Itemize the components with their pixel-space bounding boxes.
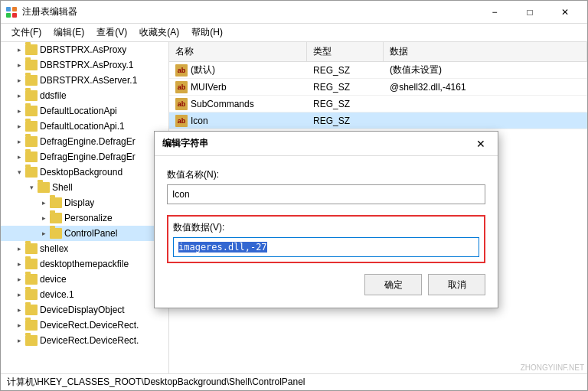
dialog-title: 编辑字符串 [162,137,208,150]
table-row[interactable]: ab Icon REG_SZ [169,112,587,129]
reg-icon: ab [175,81,188,93]
tree-item[interactable]: ▸DefragEngine.DefragEr [1,149,168,165]
minimize-button[interactable]: − [477,2,512,23]
folder-icon [25,320,38,331]
expand-icon[interactable]: ▸ [38,197,50,209]
expand-icon[interactable]: ▾ [25,181,38,194]
expand-icon[interactable]: ▸ [13,288,25,301]
folder-icon [50,213,62,223]
tree-item[interactable]: ▸DBRSTPRX.AsProxy.1 [1,57,168,73]
tree-label: DeviceRect.DeviceRect. [40,335,139,346]
close-button[interactable]: ✕ [547,2,583,23]
menu-file[interactable]: 文件(F) [5,24,47,41]
expand-icon[interactable]: ▸ [13,74,25,86]
name-label: 数值名称(N): [167,168,485,181]
expand-icon[interactable]: ▸ [38,212,50,224]
menu-view[interactable]: 查看(V) [90,24,133,41]
table-row[interactable]: ab SubCommands REG_SZ [169,96,587,112]
tree-panel[interactable]: ▸DBRSTPRX.AsProxy▸DBRSTPRX.AsProxy.1▸DBR… [1,42,169,373]
data-input[interactable] [173,237,479,257]
tree-item[interactable]: ▸DefragEngine.DefragEr [1,134,168,149]
expand-icon[interactable]: ▸ [13,273,25,285]
dialog-titlebar: 编辑字符串 ✕ [155,132,498,156]
menu-edit[interactable]: 编辑(E) [47,24,90,41]
tree-item[interactable]: ▸Personalize [1,210,168,226]
folder-icon [25,90,38,101]
expand-icon[interactable]: ▸ [13,135,25,148]
expand-icon[interactable]: ▸ [38,227,50,239]
tree-item[interactable]: ▸desktopthemepackfile [1,256,168,272]
cancel-button[interactable]: 取消 [428,274,485,295]
expand-icon[interactable]: ▸ [13,304,25,316]
folder-icon [25,60,38,70]
tree-label: DefaultLocationApi [40,106,117,116]
folder-icon [25,305,38,315]
cell-name: ab SubCommands [169,96,307,112]
expand-icon[interactable]: ▸ [13,44,25,56]
data-field-group-highlighted: 数值数据(V): [167,215,485,263]
folder-icon [25,121,38,132]
tree-label: ddsfile [40,90,67,101]
tree-item[interactable]: ▾DesktopBackground [1,165,168,180]
dialog-close-button[interactable]: ✕ [472,135,490,153]
name-text: SubCommands [191,99,254,109]
tree-label: DBRSTPRX.AsProxy [40,44,126,55]
table-row[interactable]: ab MUIVerb REG_SZ @shell32.dll,-4161 [169,79,587,96]
expand-icon[interactable]: ▸ [13,90,25,102]
tree-item[interactable]: ▸DefaultLocationApi [1,103,168,119]
menu-help[interactable]: 帮助(H) [185,24,229,41]
folder-icon [25,259,38,269]
tree-item[interactable]: ▸device.1 [1,287,168,302]
tree-item[interactable]: ▸device [1,272,168,287]
tree-item[interactable]: ▸Display [1,195,168,210]
folder-icon [25,44,38,55]
window-controls: − □ ✕ [477,2,583,23]
tree-item[interactable]: ▸shellex [1,241,168,256]
dialog-body: 数值名称(N): 数值数据(V): 确定 取消 [155,156,498,308]
expand-icon[interactable]: ▸ [13,120,25,132]
expand-icon[interactable]: ▸ [13,151,25,163]
expand-icon[interactable]: ▸ [13,258,25,270]
expand-icon[interactable]: ▸ [13,243,25,255]
name-field-group: 数值名称(N): [167,168,485,204]
name-input[interactable] [167,184,485,204]
statusbar: 计算机\HKEY_CLASSES_ROOT\DesktopBackground\… [1,373,587,390]
folder-icon [50,228,62,239]
cell-data [384,119,587,122]
tree-item[interactable]: ▸DeviceRect.DeviceRect. [1,318,168,333]
folder-icon [25,274,38,285]
tree-label: Shell [52,182,73,193]
tree-item[interactable]: ▸DBRSTPRX.AsProxy [1,42,168,57]
tree-label: Personalize [64,213,113,223]
tree-label: DesktopBackground [40,167,122,178]
tree-item[interactable]: ▸ControlPanel [1,226,168,241]
expand-icon[interactable]: ▾ [13,166,25,178]
cell-type: REG_SZ [307,64,384,77]
expand-icon[interactable]: ▸ [13,334,25,347]
maximize-button[interactable]: □ [512,2,547,23]
folder-icon [25,136,38,147]
expand-icon[interactable]: ▸ [13,59,25,71]
cell-type: REG_SZ [307,97,384,111]
tree-item[interactable]: ▸DBRSTPRX.AsServer.1 [1,73,168,88]
tree-label: ControlPanel [64,228,117,239]
tree-item[interactable]: ▸DeviceDisplayObject [1,302,168,318]
cell-data: (数值未设置) [384,62,587,78]
folder-icon [25,335,38,346]
header-name: 名称 [169,42,307,61]
reg-icon: ab [175,64,188,77]
menu-favorites[interactable]: 收藏夹(A) [133,24,185,41]
edit-string-dialog: 编辑字符串 ✕ 数值名称(N): 数值数据(V): 确定 取消 [154,131,498,308]
table-row[interactable]: ab (默认) REG_SZ (数值未设置) [169,62,587,79]
tree-item[interactable]: ▾Shell [1,180,168,195]
folder-icon [38,182,50,193]
tree-item[interactable]: ▸DeviceRect.DeviceRect. [1,333,168,348]
expand-icon[interactable]: ▸ [13,105,25,117]
tree-label: DBRSTPRX.AsServer.1 [40,75,137,86]
tree-item[interactable]: ▸ddsfile [1,88,168,103]
ok-button[interactable]: 确定 [364,274,422,295]
expand-icon[interactable]: ▸ [13,319,25,331]
tree-item[interactable]: ▸DefaultLocationApi.1 [1,119,168,134]
folder-icon [25,152,38,162]
name-text: (默认) [191,64,215,77]
